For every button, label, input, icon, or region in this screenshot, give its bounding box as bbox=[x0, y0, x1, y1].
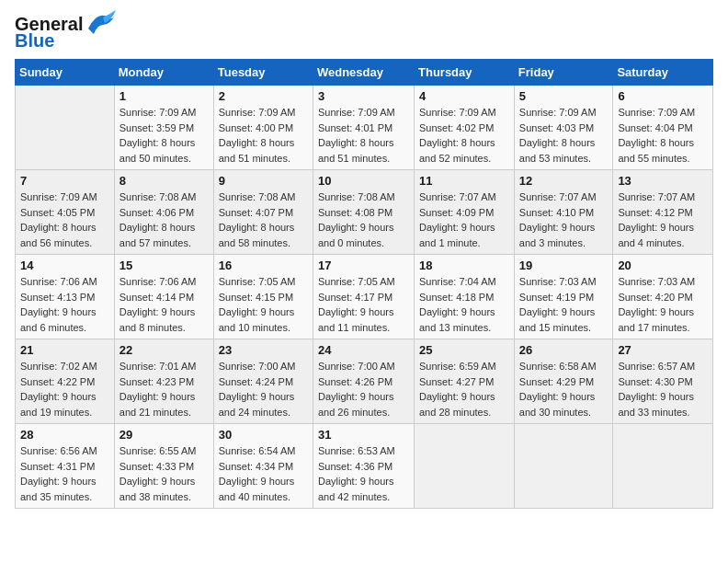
day-number: 6 bbox=[618, 89, 708, 103]
day-info: Sunrise: 7:09 AMSunset: 4:01 PMDaylight:… bbox=[318, 105, 409, 166]
day-of-week-thursday: Thursday bbox=[415, 60, 515, 86]
day-info: Sunrise: 6:56 AMSunset: 4:31 PMDaylight:… bbox=[20, 443, 109, 504]
day-info: Sunrise: 7:03 AMSunset: 4:19 PMDaylight:… bbox=[519, 274, 609, 335]
day-cell: 19 Sunrise: 7:03 AMSunset: 4:19 PMDaylig… bbox=[514, 255, 613, 339]
day-number: 19 bbox=[519, 259, 609, 272]
day-number: 17 bbox=[318, 259, 409, 272]
logo-blue-text: Blue bbox=[15, 31, 83, 50]
day-cell: 29 Sunrise: 6:55 AMSunset: 4:33 PMDaylig… bbox=[114, 424, 213, 509]
day-number: 18 bbox=[419, 259, 509, 272]
day-cell: 13 Sunrise: 7:07 AMSunset: 4:12 PMDaylig… bbox=[613, 170, 713, 255]
calendar-header-row: SundayMondayTuesdayWednesdayThursdayFrid… bbox=[16, 60, 713, 86]
day-info: Sunrise: 7:03 AMSunset: 4:20 PMDaylight:… bbox=[618, 274, 708, 335]
day-number: 1 bbox=[119, 89, 209, 103]
day-cell bbox=[514, 424, 613, 509]
day-number: 30 bbox=[219, 428, 308, 442]
day-cell: 28 Sunrise: 6:56 AMSunset: 4:31 PMDaylig… bbox=[16, 424, 115, 509]
day-number: 25 bbox=[419, 343, 509, 357]
day-info: Sunrise: 7:07 AMSunset: 4:12 PMDaylight:… bbox=[618, 190, 708, 250]
week-row-1: 1 Sunrise: 7:09 AMSunset: 3:59 PMDayligh… bbox=[16, 86, 713, 170]
day-cell: 18 Sunrise: 7:04 AMSunset: 4:18 PMDaylig… bbox=[415, 255, 515, 339]
day-number: 24 bbox=[318, 343, 409, 357]
day-number: 22 bbox=[119, 343, 209, 357]
day-number: 2 bbox=[219, 89, 308, 103]
day-info: Sunrise: 7:07 AMSunset: 4:10 PMDaylight:… bbox=[519, 190, 609, 250]
day-number: 13 bbox=[618, 174, 708, 188]
day-of-week-saturday: Saturday bbox=[613, 60, 713, 86]
week-row-2: 7 Sunrise: 7:09 AMSunset: 4:05 PMDayligh… bbox=[16, 170, 713, 255]
day-info: Sunrise: 7:06 AMSunset: 4:13 PMDaylight:… bbox=[20, 274, 109, 335]
day-number: 21 bbox=[20, 343, 109, 357]
day-number: 16 bbox=[219, 259, 308, 272]
day-cell: 30 Sunrise: 6:54 AMSunset: 4:34 PMDaylig… bbox=[213, 424, 313, 509]
calendar-table: SundayMondayTuesdayWednesdayThursdayFrid… bbox=[15, 59, 713, 509]
logo-container: General Blue bbox=[15, 15, 118, 50]
day-cell: 5 Sunrise: 7:09 AMSunset: 4:03 PMDayligh… bbox=[514, 86, 613, 170]
day-of-week-monday: Monday bbox=[114, 60, 213, 86]
day-cell: 25 Sunrise: 6:59 AMSunset: 4:27 PMDaylig… bbox=[415, 339, 515, 424]
day-info: Sunrise: 7:05 AMSunset: 4:15 PMDaylight:… bbox=[219, 274, 308, 335]
day-number: 26 bbox=[519, 343, 609, 357]
day-cell: 17 Sunrise: 7:05 AMSunset: 4:17 PMDaylig… bbox=[313, 255, 414, 339]
day-cell: 7 Sunrise: 7:09 AMSunset: 4:05 PMDayligh… bbox=[16, 170, 115, 255]
day-cell: 12 Sunrise: 7:07 AMSunset: 4:10 PMDaylig… bbox=[514, 170, 613, 255]
day-info: Sunrise: 7:09 AMSunset: 4:04 PMDaylight:… bbox=[618, 105, 708, 166]
day-cell: 11 Sunrise: 7:07 AMSunset: 4:09 PMDaylig… bbox=[415, 170, 515, 255]
day-info: Sunrise: 7:08 AMSunset: 4:07 PMDaylight:… bbox=[219, 190, 308, 250]
day-info: Sunrise: 7:09 AMSunset: 4:05 PMDaylight:… bbox=[20, 190, 109, 250]
day-of-week-wednesday: Wednesday bbox=[313, 60, 414, 86]
day-info: Sunrise: 7:07 AMSunset: 4:09 PMDaylight:… bbox=[419, 190, 509, 250]
day-cell: 3 Sunrise: 7:09 AMSunset: 4:01 PMDayligh… bbox=[313, 86, 414, 170]
day-number: 3 bbox=[318, 89, 409, 103]
day-cell bbox=[415, 424, 515, 509]
day-cell bbox=[613, 424, 713, 509]
day-number: 4 bbox=[419, 89, 509, 103]
day-cell: 2 Sunrise: 7:09 AMSunset: 4:00 PMDayligh… bbox=[213, 86, 313, 170]
day-info: Sunrise: 7:00 AMSunset: 4:26 PMDaylight:… bbox=[318, 359, 409, 419]
day-number: 15 bbox=[119, 259, 209, 272]
day-cell: 15 Sunrise: 7:06 AMSunset: 4:14 PMDaylig… bbox=[114, 255, 213, 339]
day-cell: 9 Sunrise: 7:08 AMSunset: 4:07 PMDayligh… bbox=[213, 170, 313, 255]
day-number: 12 bbox=[519, 174, 609, 188]
day-cell: 20 Sunrise: 7:03 AMSunset: 4:20 PMDaylig… bbox=[613, 255, 713, 339]
day-cell bbox=[16, 86, 115, 170]
day-info: Sunrise: 6:58 AMSunset: 4:29 PMDaylight:… bbox=[519, 359, 609, 419]
day-number: 9 bbox=[219, 174, 308, 188]
day-cell: 21 Sunrise: 7:02 AMSunset: 4:22 PMDaylig… bbox=[16, 339, 115, 424]
day-cell: 8 Sunrise: 7:08 AMSunset: 4:06 PMDayligh… bbox=[114, 170, 213, 255]
day-info: Sunrise: 7:08 AMSunset: 4:08 PMDaylight:… bbox=[318, 190, 409, 250]
day-cell: 27 Sunrise: 6:57 AMSunset: 4:30 PMDaylig… bbox=[613, 339, 713, 424]
day-cell: 16 Sunrise: 7:05 AMSunset: 4:15 PMDaylig… bbox=[213, 255, 313, 339]
day-cell: 14 Sunrise: 7:06 AMSunset: 4:13 PMDaylig… bbox=[16, 255, 115, 339]
day-number: 10 bbox=[318, 174, 409, 188]
day-cell: 4 Sunrise: 7:09 AMSunset: 4:02 PMDayligh… bbox=[415, 86, 515, 170]
day-cell: 22 Sunrise: 7:01 AMSunset: 4:23 PMDaylig… bbox=[114, 339, 213, 424]
bird-logo-icon bbox=[85, 8, 118, 49]
day-info: Sunrise: 6:53 AMSunset: 4:36 PMDaylight:… bbox=[318, 443, 409, 504]
day-number: 23 bbox=[219, 343, 308, 357]
day-number: 14 bbox=[20, 259, 109, 272]
day-info: Sunrise: 6:57 AMSunset: 4:30 PMDaylight:… bbox=[618, 359, 708, 419]
day-cell: 26 Sunrise: 6:58 AMSunset: 4:29 PMDaylig… bbox=[514, 339, 613, 424]
day-number: 8 bbox=[119, 174, 209, 188]
day-cell: 24 Sunrise: 7:00 AMSunset: 4:26 PMDaylig… bbox=[313, 339, 414, 424]
day-of-week-tuesday: Tuesday bbox=[213, 60, 313, 86]
day-info: Sunrise: 7:08 AMSunset: 4:06 PMDaylight:… bbox=[119, 190, 209, 250]
day-number: 5 bbox=[519, 89, 609, 103]
logo-text-block: General Blue bbox=[15, 15, 83, 50]
day-info: Sunrise: 7:02 AMSunset: 4:22 PMDaylight:… bbox=[20, 359, 109, 419]
day-info: Sunrise: 7:09 AMSunset: 4:02 PMDaylight:… bbox=[419, 105, 509, 166]
day-number: 31 bbox=[318, 428, 409, 442]
day-info: Sunrise: 7:05 AMSunset: 4:17 PMDaylight:… bbox=[318, 274, 409, 335]
day-info: Sunrise: 6:54 AMSunset: 4:34 PMDaylight:… bbox=[219, 443, 308, 504]
day-cell: 1 Sunrise: 7:09 AMSunset: 3:59 PMDayligh… bbox=[114, 86, 213, 170]
logo: General Blue bbox=[15, 15, 118, 50]
day-info: Sunrise: 7:06 AMSunset: 4:14 PMDaylight:… bbox=[119, 274, 209, 335]
week-row-5: 28 Sunrise: 6:56 AMSunset: 4:31 PMDaylig… bbox=[16, 424, 713, 509]
day-info: Sunrise: 7:09 AMSunset: 3:59 PMDaylight:… bbox=[119, 105, 209, 166]
day-cell: 6 Sunrise: 7:09 AMSunset: 4:04 PMDayligh… bbox=[613, 86, 713, 170]
day-info: Sunrise: 7:09 AMSunset: 4:03 PMDaylight:… bbox=[519, 105, 609, 166]
page-header: General Blue bbox=[15, 15, 713, 50]
day-of-week-friday: Friday bbox=[514, 60, 613, 86]
day-info: Sunrise: 7:09 AMSunset: 4:00 PMDaylight:… bbox=[219, 105, 308, 166]
